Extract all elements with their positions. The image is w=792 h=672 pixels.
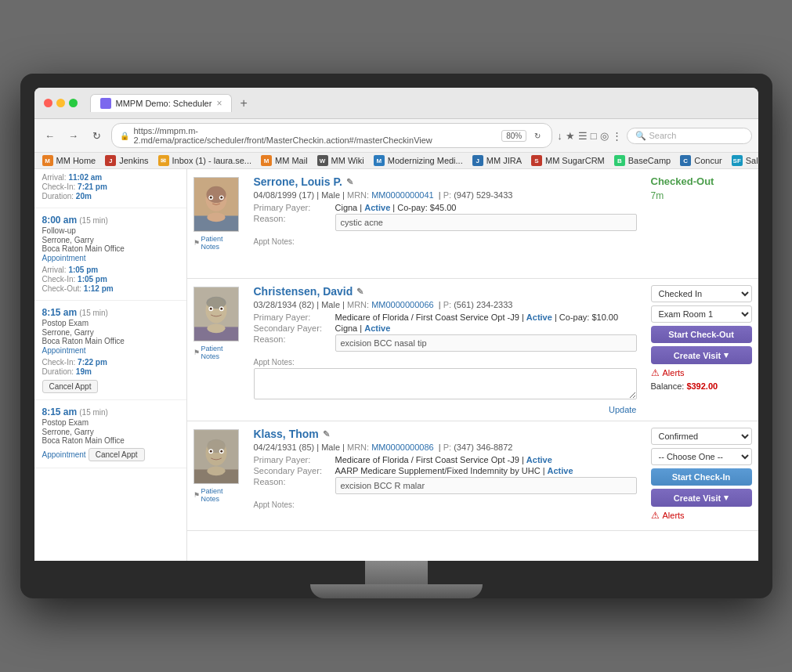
bookmark-mm-mail[interactable]: M MM Mail — [261, 155, 308, 166]
info-grid-klass: Primary Payer: Medicare of Florida / Fir… — [254, 455, 637, 497]
refresh-button[interactable]: ↻ — [88, 126, 107, 145]
bookmark-star-icon[interactable]: ★ — [566, 130, 575, 142]
patient-photo-david — [193, 287, 239, 341]
create-visit-btn-david[interactable]: Create Visit ▾ — [651, 346, 752, 364]
bookmark-mm-home[interactable]: M MM Home — [42, 155, 96, 166]
checked-out-label: Checked-Out — [651, 175, 752, 187]
reload-button[interactable]: ↻ — [531, 129, 544, 142]
patient-name-david[interactable]: Christensen, David ✎ — [254, 285, 637, 298]
alerts-row-david[interactable]: ⚠ Alerts — [651, 367, 752, 378]
reason-box-david: excision BCC nasal tip — [335, 334, 637, 352]
patient-name-louis[interactable]: Serrone, Louis P. ✎ — [254, 175, 637, 188]
patient-notes-link-david[interactable]: ⚑ Patient Notes — [193, 345, 240, 360]
mrn-val-david[interactable]: MM0000000066 — [371, 300, 434, 309]
back-button[interactable]: ← — [41, 126, 60, 145]
forward-button[interactable]: → — [64, 126, 83, 145]
tab-bar: MMPM Demo: Scheduler × + — [90, 94, 749, 112]
patient-photo-col-klass: ⚑ Patient Notes — [187, 421, 246, 530]
dropdown-arrow-icon-klass: ▾ — [724, 493, 729, 503]
patient-notes-link-louis[interactable]: ⚑ Patient Notes — [193, 235, 240, 251]
mrn-val-louis[interactable]: MM0000000041 — [371, 190, 434, 200]
svg-point-2 — [206, 186, 226, 203]
cancel-appt-btn-815d[interactable]: Cancel Appt — [42, 380, 99, 393]
jenkins-icon: J — [105, 155, 116, 166]
svg-point-15 — [220, 308, 222, 310]
svg-point-5 — [210, 197, 212, 199]
start-checkin-btn-klass[interactable]: Start Check-In — [651, 468, 752, 486]
patient-meta-klass: 04/24/1931 (85) | Male | MRN: MM00000000… — [254, 443, 637, 452]
monitor-stand — [34, 561, 758, 598]
stand-neck — [365, 561, 428, 584]
photo-svg-klass — [194, 429, 238, 484]
patient-notes-text: Patient Notes — [201, 235, 240, 251]
checkin-label: Check-In: — [42, 182, 76, 191]
appt-notes-textarea-david[interactable] — [254, 368, 637, 399]
bookmark-inbox[interactable]: ✉ Inbox (1) - laura.se... — [158, 155, 252, 166]
minimize-window-btn[interactable] — [56, 99, 65, 107]
menu-icon[interactable]: ⋮ — [612, 130, 622, 142]
search-bar[interactable]: 🔍 Search — [627, 128, 752, 144]
share-icon[interactable]: □ — [591, 130, 597, 142]
flag-icon: ⚑ — [193, 239, 200, 247]
patient-meta-louis: 04/08/1999 (17) | Male | MRN: MM00000000… — [254, 190, 637, 200]
stand-base — [310, 584, 483, 598]
tab-close-btn[interactable]: × — [216, 98, 222, 109]
reason-box-klass: excision BCC R malar — [335, 477, 637, 494]
svg-point-17 — [207, 324, 225, 334]
patient-row-klass: ⚑ Patient Notes Klass, Thom ✎ 04/24/1931… — [187, 421, 758, 531]
appt-link-815k[interactable]: Appointment — [42, 450, 86, 459]
alerts-row-klass[interactable]: ⚠ Alerts — [651, 510, 752, 521]
address-bar[interactable]: 🔒 https://mmpm.m-2.md/ema/practice/sched… — [111, 123, 553, 148]
patient-notes-link-klass[interactable]: ⚑ Patient Notes — [193, 487, 240, 503]
main-panel: ⚑ Patient Notes Serrone, Louis P. ✎ 04/0… — [187, 169, 758, 561]
new-tab-button[interactable]: + — [235, 95, 251, 112]
mrn-val-klass[interactable]: MM0000000086 — [371, 443, 434, 452]
bookmark-jenkins[interactable]: J Jenkins — [105, 155, 148, 166]
tab-title: MMPM Demo: Scheduler — [116, 99, 212, 108]
cancel-appt-btn-815k[interactable]: Cancel Appt — [89, 448, 145, 461]
appt-duration-815d: (15 min) — [79, 309, 108, 317]
patient-info-col-david: Christensen, David ✎ 03/28/1934 (82) | M… — [246, 279, 645, 421]
appt-slot-800: 8:00 am (15 min) Follow-up Serrone, Garr… — [34, 208, 186, 301]
bookmark-concur[interactable]: C Concur — [680, 155, 721, 166]
start-checkout-btn-david[interactable]: Start Check-Out — [651, 326, 752, 343]
bookmark-mm-wiki[interactable]: W MM Wiki — [317, 155, 364, 166]
appt-link-815d[interactable]: Appointment — [42, 346, 86, 355]
bookmark-sugarcrm[interactable]: S MM SugarCRM — [531, 155, 605, 166]
active-tab[interactable]: MMPM Demo: Scheduler × — [90, 94, 233, 112]
update-link-david[interactable]: Update — [254, 405, 637, 414]
photo-svg-david — [194, 287, 238, 341]
appt-type-800: Follow-up — [42, 226, 179, 235]
patient-name-klass[interactable]: Klass, Thom ✎ — [254, 428, 637, 440]
close-window-btn[interactable] — [44, 99, 52, 107]
bookmark-label: MM Home — [56, 156, 96, 165]
status-col-david: Checked In Exam Room 1 Start Check-Out C… — [645, 279, 758, 421]
download-icon[interactable]: ↓ — [557, 130, 562, 142]
create-visit-btn-klass[interactable]: Create Visit ▾ — [651, 489, 752, 507]
svg-point-8 — [207, 213, 225, 222]
maximize-window-btn[interactable] — [69, 99, 78, 107]
info-grid-louis: Primary Payer: Cigna | Active | Co-pay: … — [254, 203, 637, 234]
inbox-icon: ✉ — [158, 155, 169, 166]
mm-mail-icon: M — [261, 155, 272, 166]
appt-link-800[interactable]: Appointment — [42, 254, 86, 262]
status-dropdown-klass[interactable]: Confirmed — [651, 428, 752, 445]
appt-office-815d: Boca Raton Main Office — [42, 337, 179, 345]
edit-icon-klass: ✎ — [323, 429, 330, 439]
status-col-klass: Confirmed -- Choose One -- Start Check-I… — [645, 421, 758, 530]
bookmark-basecamp[interactable]: B BaseCamp — [614, 155, 671, 166]
title-bar: MMPM Demo: Scheduler × + — [34, 88, 758, 119]
status-dropdown-david[interactable]: Checked In — [651, 285, 752, 302]
nav-icons: ↓ ★ ☰ □ ◎ ⋮ — [557, 130, 621, 142]
duration-label: Duration: — [42, 192, 74, 201]
patient-row-david: ⚑ Patient Notes Christensen, David ✎ 03/… — [187, 279, 758, 421]
room-dropdown-david[interactable]: Exam Room 1 — [651, 305, 752, 323]
bookmark-mm-jira[interactable]: J MM JIRA — [472, 155, 522, 166]
extensions-icon[interactable]: ◎ — [600, 130, 609, 142]
checked-out-time: 7m — [651, 190, 752, 201]
reading-list-icon[interactable]: ☰ — [578, 130, 588, 142]
patient-photo-klass — [193, 429, 239, 484]
bookmark-salesforce[interactable]: SF Salesforce — [732, 155, 758, 166]
bookmark-modernizing[interactable]: M Modernizing Medi... — [374, 155, 463, 166]
room-dropdown-klass[interactable]: -- Choose One -- — [651, 448, 752, 465]
